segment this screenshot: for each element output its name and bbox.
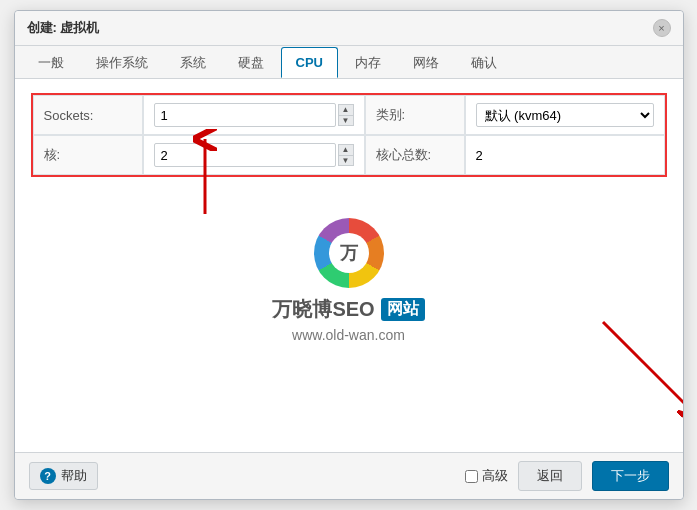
- tab-cpu[interactable]: CPU: [281, 47, 338, 78]
- tab-bar: 一般 操作系统 系统 硬盘 CPU 内存 网络 确认: [15, 46, 683, 79]
- watermark: 万 万晓博SEO 网站 www.old-wan.com: [15, 159, 683, 402]
- type-label: 类别:: [365, 95, 465, 135]
- dialog-body: Sockets: ▲ ▼ 类别: 默认 (kvm64): [15, 79, 683, 452]
- total-cores-value: 2: [465, 135, 665, 175]
- cores-field[interactable]: ▲ ▼: [143, 135, 365, 175]
- cpu-form: Sockets: ▲ ▼ 类别: 默认 (kvm64): [31, 93, 667, 177]
- watermark-logo: 万: [314, 218, 384, 288]
- tab-general[interactable]: 一般: [23, 46, 79, 79]
- help-button[interactable]: ? 帮助: [29, 462, 98, 490]
- cores-down-arrow[interactable]: ▼: [338, 155, 354, 166]
- sockets-up-arrow[interactable]: ▲: [338, 104, 354, 115]
- arrow-down-right-icon: [583, 302, 683, 432]
- dialog-title: 创建: 虚拟机: [27, 19, 100, 37]
- back-button[interactable]: 返回: [518, 461, 582, 491]
- type-select[interactable]: 默认 (kvm64): [476, 103, 654, 127]
- close-button[interactable]: ×: [653, 19, 671, 37]
- help-icon: ?: [40, 468, 56, 484]
- watermark-badge: 网站: [381, 298, 425, 321]
- cores-up-arrow[interactable]: ▲: [338, 144, 354, 155]
- svg-line-1: [603, 322, 683, 412]
- sockets-field[interactable]: ▲ ▼: [143, 95, 365, 135]
- advanced-checkbox[interactable]: [465, 470, 478, 483]
- cores-label: 核:: [33, 135, 143, 175]
- cores-spinbox[interactable]: ▲ ▼: [154, 143, 354, 167]
- close-icon: ×: [658, 22, 664, 34]
- type-select-wrap[interactable]: 默认 (kvm64): [476, 103, 654, 127]
- tab-confirm[interactable]: 确认: [456, 46, 512, 79]
- sockets-input[interactable]: [154, 103, 336, 127]
- footer-left: ? 帮助: [29, 462, 98, 490]
- footer-right: 高级 返回 下一步: [465, 461, 669, 491]
- watermark-brand: 万晓博SEO: [272, 296, 374, 323]
- sockets-label: Sockets:: [33, 95, 143, 135]
- next-button[interactable]: 下一步: [592, 461, 669, 491]
- sockets-arrows: ▲ ▼: [338, 104, 354, 126]
- tab-system[interactable]: 系统: [165, 46, 221, 79]
- watermark-url: www.old-wan.com: [292, 327, 405, 343]
- tab-os[interactable]: 操作系统: [81, 46, 163, 79]
- dialog-titlebar: 创建: 虚拟机 ×: [15, 11, 683, 46]
- tab-memory[interactable]: 内存: [340, 46, 396, 79]
- tab-disk[interactable]: 硬盘: [223, 46, 279, 79]
- tab-network[interactable]: 网络: [398, 46, 454, 79]
- sockets-down-arrow[interactable]: ▼: [338, 115, 354, 126]
- advanced-label: 高级: [482, 467, 508, 485]
- cores-input[interactable]: [154, 143, 336, 167]
- help-label: 帮助: [61, 467, 87, 485]
- watermark-char: 万: [329, 233, 369, 273]
- cores-arrows: ▲ ▼: [338, 144, 354, 166]
- type-field[interactable]: 默认 (kvm64): [465, 95, 665, 135]
- create-vm-dialog: 创建: 虚拟机 × 一般 操作系统 系统 硬盘 CPU 内存 网络 确认 Soc…: [14, 10, 684, 500]
- sockets-spinbox[interactable]: ▲ ▼: [154, 103, 354, 127]
- advanced-checkbox-wrap[interactable]: 高级: [465, 467, 508, 485]
- watermark-brand-row: 万晓博SEO 网站: [272, 296, 424, 323]
- total-cores-label: 核心总数:: [365, 135, 465, 175]
- dialog-footer: ? 帮助 高级 返回 下一步: [15, 452, 683, 499]
